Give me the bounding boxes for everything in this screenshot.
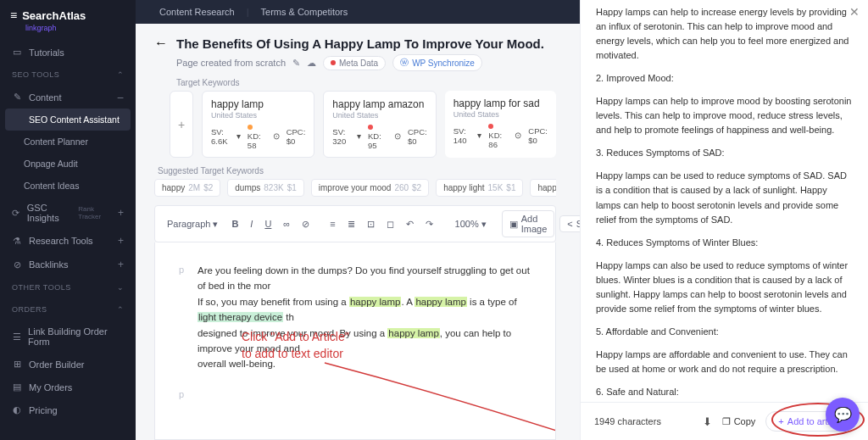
- paragraph-select[interactable]: Paragraph ▾: [162, 217, 223, 231]
- minus-icon: −: [117, 94, 124, 101]
- chat-button[interactable]: 💬: [826, 398, 860, 432]
- add-keyword-button[interactable]: +: [170, 91, 193, 158]
- keyword-row: + happy lamp United States SV: 6.6K▾KD: …: [170, 91, 556, 158]
- copy-button[interactable]: ❐ Copy: [722, 416, 756, 427]
- nav-tutorials[interactable]: ▭ Tutorials: [0, 41, 136, 64]
- nav-head-other[interactable]: OTHER TOOLS ⌄: [0, 276, 136, 298]
- book-icon: ▭: [12, 47, 22, 58]
- main: Content Research | Terms & Competitors ←…: [136, 0, 580, 440]
- suggested-pill[interactable]: happy2M$2: [154, 179, 220, 197]
- meta-data-chip[interactable]: Meta Data: [323, 56, 386, 70]
- close-icon[interactable]: ✕: [849, 5, 860, 19]
- suggested-pill[interactable]: happy light15K$1: [436, 179, 523, 197]
- target-keywords-label: Target Keywords: [176, 78, 556, 87]
- brand-sub: linkgraph: [0, 24, 136, 32]
- chevron-up-icon: ⌃: [117, 305, 125, 314]
- tab-terms-competitors[interactable]: Terms & Competitors: [261, 7, 348, 17]
- suggested-row: happy2M$2 dumps823K$1 improve your mood2…: [154, 179, 556, 197]
- nav-pricing[interactable]: ◐Pricing: [0, 398, 136, 421]
- p-tag: p: [179, 387, 187, 403]
- bold-button[interactable]: B: [228, 217, 242, 231]
- italic-button[interactable]: I: [247, 217, 256, 231]
- nav-seo-content-assistant[interactable]: SEO Content Assistant: [5, 109, 131, 131]
- cloud-icon[interactable]: ☁: [307, 58, 316, 69]
- char-count: 1949 characters: [594, 416, 661, 426]
- editor[interactable]: p Are you feeling down in the dumps? Do …: [154, 242, 556, 440]
- suggested-pill[interactable]: dumps823K$1: [227, 179, 304, 197]
- share-button[interactable]: <Share: [559, 215, 580, 232]
- edit-icon[interactable]: ✎: [292, 58, 300, 69]
- tab-content-research[interactable]: Content Research: [159, 7, 235, 17]
- chevron-down-icon: ⌄: [117, 283, 125, 292]
- brand-name: SearchAtlas: [22, 9, 86, 22]
- plus-icon: +: [118, 259, 124, 270]
- nav-link-building[interactable]: ☰Link Building Order Form: [0, 320, 136, 353]
- nav-gsc[interactable]: ⟳ GSC Insights Rank Tracker +: [0, 197, 136, 229]
- cart-icon: ⊞: [12, 359, 22, 370]
- undo-button[interactable]: ↶: [403, 217, 417, 231]
- wp-sync-chip[interactable]: ⓦWP Synchronize: [392, 54, 482, 71]
- keyword-card[interactable]: happy lamp amazon United States SV: 320▾…: [323, 91, 436, 158]
- annotation-text: Click "Add to Article"to add to text edi…: [242, 329, 349, 362]
- ai-panel: ✕ Happy lamps can help to increase energ…: [580, 0, 868, 440]
- redo-button[interactable]: ↷: [422, 217, 437, 231]
- page-title: The Benefits Of Using A Happy Lamp To Im…: [176, 36, 544, 51]
- plus-icon: +: [118, 207, 124, 219]
- flask-icon: ⚗: [12, 236, 22, 247]
- code-button[interactable]: ◻: [383, 217, 398, 231]
- p-tag: p: [179, 263, 186, 372]
- nav-order-builder[interactable]: ⊞Order Builder: [0, 353, 136, 376]
- nav-my-orders[interactable]: ▤My Orders: [0, 376, 136, 398]
- pencil-icon: ✎: [12, 92, 22, 103]
- underline-button[interactable]: U: [261, 217, 275, 231]
- add-image-button[interactable]: ▣ Add Image: [502, 210, 555, 237]
- sidebar: ≡ SearchAtlas linkgraph ▭ Tutorials SEO …: [0, 0, 136, 440]
- suggested-pill[interactable]: improve your mood260$2: [311, 179, 429, 197]
- nav-onpage-audit[interactable]: Onpage Audit: [0, 153, 136, 175]
- topbar: Content Research | Terms & Competitors: [136, 0, 580, 24]
- quote-button[interactable]: ⊡: [364, 217, 378, 231]
- wordpress-icon: ⓦ: [400, 57, 409, 69]
- nav-research[interactable]: ⚗ Research Tools +: [0, 229, 136, 253]
- menu-icon: ≡: [10, 8, 17, 22]
- back-icon[interactable]: ←: [154, 36, 168, 51]
- download-icon[interactable]: ⬇: [703, 415, 712, 428]
- list-icon: ▤: [12, 382, 22, 393]
- unlink-button[interactable]: ⊘: [298, 217, 313, 231]
- nav-head-seo[interactable]: SEO TOOLS ⌃: [0, 64, 136, 86]
- page-subtitle: Page created from scratch: [176, 58, 286, 68]
- tag-icon: ◐: [12, 404, 22, 415]
- form-icon: ☰: [12, 331, 21, 343]
- nav-content[interactable]: ✎ Content −: [0, 86, 136, 109]
- keyword-card[interactable]: happy lamp for sad United States SV: 140…: [445, 91, 556, 158]
- chart-icon: ⟳: [12, 208, 20, 219]
- keyword-card[interactable]: happy lamp United States SV: 6.6K▾KD: 58…: [202, 91, 314, 158]
- page: ← The Benefits Of Using A Happy Lamp To …: [136, 24, 580, 440]
- editor-toolbar: Paragraph ▾ B I U ∞ ⊘ ≡ ≣ ⊡ ◻ ↶ ↷ 100% ▾…: [154, 205, 556, 242]
- ai-panel-body[interactable]: Happy lamps can help to increase energy …: [581, 0, 868, 402]
- zoom-select[interactable]: 100% ▾: [450, 217, 492, 231]
- nav-content-ideas[interactable]: Content Ideas: [0, 175, 136, 197]
- ai-panel-footer: 1949 characters ⬇ ❐ Copy + Add to articl…: [581, 402, 868, 440]
- list-ol-button[interactable]: ≣: [344, 217, 359, 231]
- link-icon: ⊘: [12, 259, 22, 270]
- link-button[interactable]: ∞: [280, 217, 293, 231]
- suggested-keywords-label: Suggested Target Keywords: [158, 166, 556, 175]
- nav-head-orders[interactable]: ORDERS ⌃: [0, 298, 136, 320]
- chevron-up-icon: ⌃: [117, 70, 125, 79]
- suggested-pill[interactable]: happy light amazon2K$1: [530, 179, 556, 197]
- nav-backlinks[interactable]: ⊘ Backlinks +: [0, 253, 136, 276]
- list-ul-button[interactable]: ≡: [326, 217, 338, 231]
- plus-icon: +: [118, 235, 124, 247]
- nav-content-planner[interactable]: Content Planner: [0, 131, 136, 153]
